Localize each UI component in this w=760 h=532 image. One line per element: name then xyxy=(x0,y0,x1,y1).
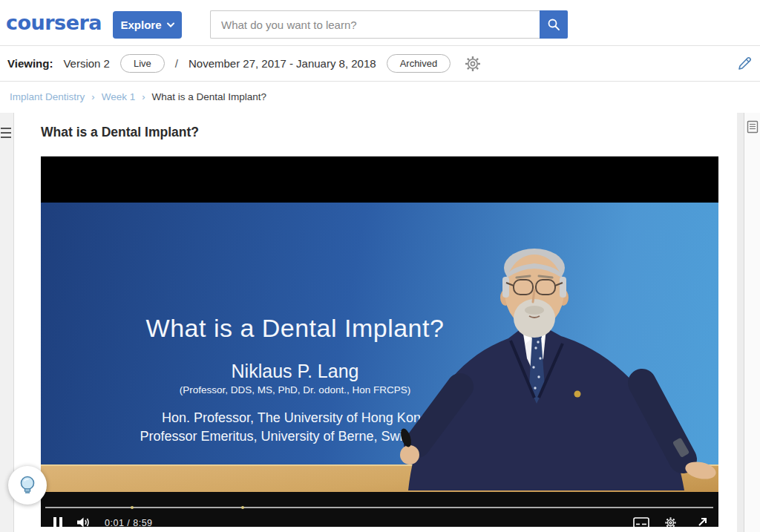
video-control-bar: 0:01 / 8:59 xyxy=(41,492,718,527)
breadcrumb-bar: Implant Dentistry › Week 1 › What is a D… xyxy=(0,82,760,113)
breadcrumb-week-link[interactable]: Week 1 xyxy=(102,91,136,102)
volume-button[interactable] xyxy=(76,516,91,527)
breadcrumb: Implant Dentistry › Week 1 › What is a D… xyxy=(10,91,266,102)
lapel-pin xyxy=(574,391,581,398)
live-badge[interactable]: Live xyxy=(120,54,165,73)
settings-gear-icon xyxy=(664,516,677,527)
lightbulb-icon xyxy=(17,475,38,496)
viewing-bar: Viewing: Version 2 Live / November 27, 2… xyxy=(0,46,760,82)
captions-button[interactable] xyxy=(633,517,649,527)
top-header: coursera Explore xyxy=(0,0,760,46)
progress-marker xyxy=(131,506,134,509)
right-collapsed-sidebar xyxy=(744,113,760,532)
notes-panel-button[interactable] xyxy=(747,120,759,134)
pencil-icon xyxy=(736,56,753,72)
volume-icon xyxy=(76,516,91,527)
search-icon xyxy=(547,18,560,31)
notes-icon xyxy=(747,120,759,134)
viewing-label: Viewing: xyxy=(7,57,53,70)
video-progress-bar[interactable] xyxy=(45,507,713,508)
hint-lightbulb-button[interactable] xyxy=(8,466,47,505)
search-button[interactable] xyxy=(540,10,568,39)
search-bar xyxy=(210,10,568,39)
left-collapsed-sidebar xyxy=(0,113,14,532)
fullscreen-button[interactable] xyxy=(697,516,708,527)
version-label: Version 2 xyxy=(63,57,110,70)
explore-button-label: Explore xyxy=(120,19,161,31)
page-background-gap xyxy=(737,113,744,532)
search-input[interactable] xyxy=(210,10,540,39)
captions-icon xyxy=(633,517,649,527)
lecture-content: What is a Dental Implant? What is a Dent… xyxy=(15,113,737,532)
gear-icon xyxy=(464,55,482,73)
breadcrumb-course-link[interactable]: Implant Dentistry xyxy=(10,91,85,102)
menu-icon[interactable] xyxy=(1,128,11,141)
pause-button[interactable] xyxy=(53,517,62,527)
chevron-down-icon xyxy=(167,22,174,27)
video-letterbox xyxy=(41,157,718,203)
course-item-page: coursera Explore Viewing: Version 2 Live… xyxy=(0,0,760,532)
archived-badge[interactable]: Archived xyxy=(387,54,451,73)
speaker-photo xyxy=(386,246,718,490)
breadcrumb-current-item: What is a Dental Implant? xyxy=(152,91,267,102)
breadcrumb-separator-icon: › xyxy=(142,91,145,102)
fullscreen-icon xyxy=(697,516,708,527)
viewing-separator: / xyxy=(175,57,178,70)
breadcrumb-separator-icon: › xyxy=(91,91,94,102)
progress-marker xyxy=(241,506,244,509)
video-time-display: 0:01 / 8:59 xyxy=(105,518,153,527)
video-player[interactable]: What is a Dental Implant? Niklaus P. Lan… xyxy=(41,156,718,527)
coursera-logo[interactable]: coursera xyxy=(6,11,102,34)
session-settings-button[interactable] xyxy=(464,55,482,73)
video-controls-row: 0:01 / 8:59 xyxy=(41,516,718,527)
edit-page-button[interactable] xyxy=(736,56,753,72)
session-date-range: November 27, 2017 - January 8, 2018 xyxy=(189,57,376,70)
page-title: What is a Dental Implant? xyxy=(41,125,199,140)
video-settings-button[interactable] xyxy=(664,516,677,527)
explore-button[interactable]: Explore xyxy=(113,11,182,39)
